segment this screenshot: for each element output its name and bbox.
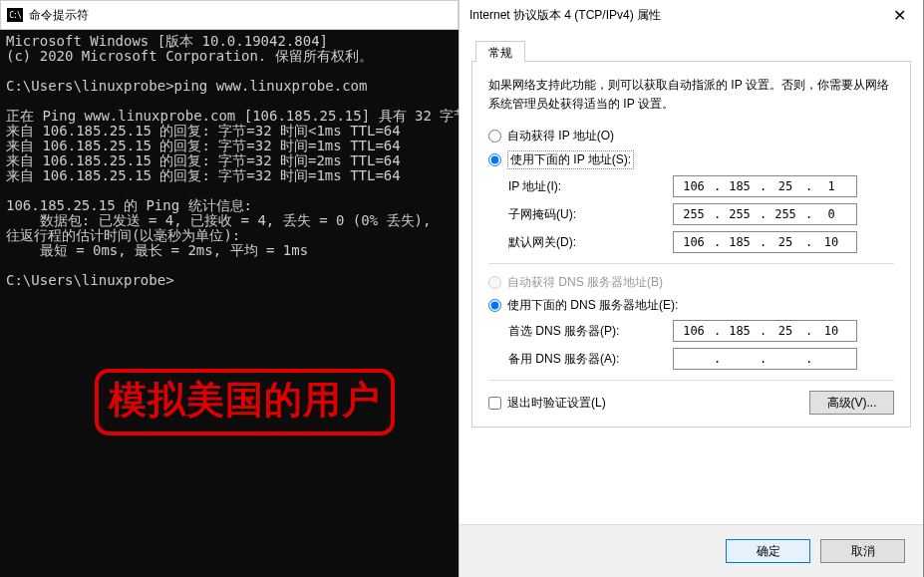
ipv4-properties-dialog: Internet 协议版本 4 (TCP/IPv4) 属性 ✕ 常规 如果网络支…	[459, 0, 924, 577]
radio-dns-auto-label: 自动获得 DNS 服务器地址(B)	[507, 274, 663, 291]
subnet-mask-input[interactable]: 255. 255. 255. 0	[673, 203, 857, 225]
cmd-icon: C:\	[7, 8, 23, 22]
cmd-output[interactable]: Microsoft Windows [版本 10.0.19042.804] (c…	[0, 30, 459, 292]
close-icon[interactable]: ✕	[879, 6, 919, 25]
radio-ip-manual[interactable]: 使用下面的 IP 地址(S):	[488, 150, 894, 169]
radio-dns-auto: 自动获得 DNS 服务器地址(B)	[488, 274, 894, 291]
cmd-title-text: 命令提示符	[29, 7, 89, 24]
dns1-input[interactable]: 106. 185. 25. 10	[673, 320, 857, 342]
cmd-titlebar[interactable]: C:\ 命令提示符	[0, 0, 459, 30]
gateway-label: 默认网关(D):	[508, 234, 673, 251]
radio-ip-manual-input[interactable]	[488, 153, 501, 166]
ip-address-label: IP 地址(I):	[508, 178, 673, 195]
gateway-input[interactable]: 106. 185. 25. 10	[673, 231, 857, 253]
validate-checkbox[interactable]: 退出时验证设置(L)	[488, 395, 606, 412]
ip-address-input[interactable]: 106. 185. 25. 1	[673, 175, 857, 197]
description-text: 如果网络支持此功能，则可以获取自动指派的 IP 设置。否则，你需要从网络系统管理…	[488, 76, 894, 114]
validate-checkbox-input[interactable]	[488, 397, 501, 410]
advanced-button[interactable]: 高级(V)...	[809, 391, 894, 415]
dns2-input[interactable]: . . .	[673, 348, 857, 370]
radio-ip-manual-label: 使用下面的 IP 地址(S):	[507, 150, 634, 169]
dialog-title-text: Internet 协议版本 4 (TCP/IPv4) 属性	[469, 7, 661, 24]
radio-dns-manual-input[interactable]	[488, 299, 501, 312]
radio-dns-auto-input	[488, 276, 501, 289]
command-prompt-window: C:\ 命令提示符 Microsoft Windows [版本 10.0.190…	[0, 0, 459, 577]
radio-dns-manual[interactable]: 使用下面的 DNS 服务器地址(E):	[488, 297, 894, 314]
tab-strip: 常规	[471, 38, 911, 62]
dialog-titlebar[interactable]: Internet 协议版本 4 (TCP/IPv4) 属性 ✕	[460, 0, 923, 30]
subnet-mask-label: 子网掩码(U):	[508, 206, 673, 223]
dialog-footer: 确定 取消	[460, 524, 923, 577]
cancel-button[interactable]: 取消	[820, 539, 905, 563]
annotation-overlay: 模拟美国的用户	[95, 369, 395, 435]
tab-general[interactable]: 常规	[475, 41, 525, 63]
radio-ip-auto-input[interactable]	[488, 130, 501, 143]
radio-dns-manual-label: 使用下面的 DNS 服务器地址(E):	[507, 297, 678, 314]
dns2-label: 备用 DNS 服务器(A):	[508, 351, 673, 368]
dns1-label: 首选 DNS 服务器(P):	[508, 323, 673, 340]
radio-ip-auto-label: 自动获得 IP 地址(O)	[507, 128, 614, 144]
dialog-panel: 如果网络支持此功能，则可以获取自动指派的 IP 设置。否则，你需要从网络系统管理…	[471, 62, 911, 428]
ok-button[interactable]: 确定	[726, 539, 810, 563]
radio-ip-auto[interactable]: 自动获得 IP 地址(O)	[488, 128, 894, 144]
validate-label: 退出时验证设置(L)	[507, 395, 606, 412]
